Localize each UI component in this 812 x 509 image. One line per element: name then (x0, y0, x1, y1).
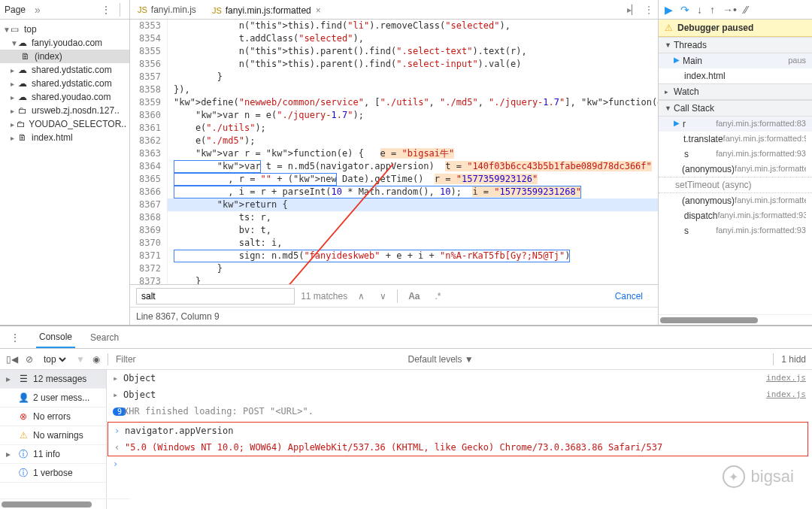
hidden-count[interactable]: 1 hidd (781, 354, 806, 365)
search-bar: 11 matches ∧ ∨ Aa .* Cancel (130, 284, 658, 307)
msg-user[interactable]: 👤2 user mess... (0, 389, 106, 408)
levels-dropdown[interactable]: Default levels ▼ (408, 354, 473, 365)
file-tree: ▼▭top ▼☁fanyi.youdao.com 🗎(index) ▸☁shar… (0, 20, 129, 147)
tree-top[interactable]: ▼▭top (0, 23, 129, 36)
chevron-right-icon: » (35, 4, 41, 16)
console-log: ▸Objectindex.js ▸Objectindex.js 9XHR fin… (107, 370, 812, 509)
kebab-icon[interactable]: ⋮ (6, 332, 24, 343)
h-scrollbar[interactable] (659, 314, 812, 325)
step-out-icon[interactable]: ↑ (710, 4, 715, 16)
page-label: Page (5, 5, 26, 15)
log-prompt[interactable]: › (107, 456, 812, 472)
console-toolbar: ▯◀ ⊘ top ▼ ◉ Default levels ▼ 1 hidd (0, 349, 812, 370)
match-case[interactable]: Aa (404, 289, 424, 303)
eye-icon[interactable]: ◉ (92, 354, 100, 365)
play-icon[interactable]: ▸▏ (627, 5, 638, 15)
kebab-icon[interactable]: ⋮ (97, 5, 115, 15)
stack-frame[interactable]: setTimeout (async) (659, 177, 812, 193)
warning-icon: ⚠ (18, 430, 29, 441)
log-line[interactable]: ▸Objectindex.js (107, 386, 812, 403)
sidebar-toggle-icon[interactable]: ▯◀ (6, 354, 18, 365)
msg-all[interactable]: ▸☰12 messages (0, 370, 106, 389)
sources-sidebar: Page » ⋮ ▼▭top ▼☁fanyi.youdao.com 🗎(inde… (0, 0, 130, 325)
step-into-icon[interactable]: ↓ (697, 4, 702, 16)
kebab-icon[interactable]: ⋮ (644, 5, 653, 15)
paused-banner: ⚠ Debugger paused (659, 20, 812, 37)
info-icon: ⓘ (18, 468, 29, 478)
cloud-icon: ☁ (18, 38, 29, 48)
tree-index[interactable]: 🗎(index) (0, 50, 129, 63)
info-icon: ⓘ (18, 449, 29, 459)
next-match[interactable]: ∨ (375, 289, 391, 303)
cloud-icon: ☁ (18, 78, 29, 89)
debugger-pane: ▶ ↷ ↓ ↑ →• ⁄⁄ ⚠ Debugger paused ▼Threads… (658, 0, 812, 325)
user-icon: 👤 (18, 392, 29, 403)
stack-frame[interactable]: sfanyi.min.js:formatted:93 (659, 223, 812, 238)
editor-tabs: JSfanyi.min.js JSfanyi.min.js:formatted×… (130, 0, 658, 20)
filter-input[interactable] (116, 354, 401, 365)
thread-sub[interactable]: index.html (659, 68, 812, 83)
window-icon: ▭ (11, 24, 21, 35)
page-header[interactable]: Page » ⋮ (0, 0, 129, 20)
js-icon: JS (138, 5, 147, 14)
code-lines[interactable]: n("this">this).find("li").removeClass("s… (168, 20, 658, 284)
tab-fanyi-formatted[interactable]: JSfanyi.min.js:formatted× (205, 0, 329, 19)
tree-item[interactable]: ▸☁shared.youdao.com (0, 90, 129, 104)
msg-warnings[interactable]: ⚠No warnings (0, 426, 106, 445)
status-bar: Line 8367, Column 9 (130, 307, 658, 325)
match-count: 11 matches (301, 291, 347, 301)
stack-frame[interactable]: sfanyi.min.js:formatted:93 (659, 147, 812, 162)
close-icon[interactable]: × (316, 5, 321, 16)
tab-console[interactable]: Console (36, 327, 75, 348)
tree-item[interactable]: ▸🗎index.html (0, 131, 129, 144)
stack-frame[interactable]: dispatchfanyi.min.js:formatted:93 (659, 208, 812, 223)
file-icon: 🗎 (21, 51, 32, 62)
console-section: ⋮ Console Search ▯◀ ⊘ top ▼ ◉ Default le… (0, 325, 812, 509)
thread-main[interactable]: ▶Mainpaus (659, 53, 812, 68)
file-icon: 🗎 (18, 132, 29, 143)
log-line[interactable]: ▸Objectindex.js (107, 370, 812, 386)
code-pane: JSfanyi.min.js JSfanyi.min.js:formatted×… (130, 0, 658, 325)
js-icon: JS (212, 6, 222, 15)
threads-header[interactable]: ▼Threads (659, 37, 812, 53)
arrow-icon: ▶ (674, 56, 680, 66)
callstack-header[interactable]: ▼Call Stack (659, 100, 812, 117)
prev-match[interactable]: ∧ (353, 289, 369, 303)
msg-info[interactable]: ▸ⓘ11 info (0, 445, 106, 464)
stack-frame[interactable]: (anonymous)fanyi.min.js:formatted:93 (659, 162, 812, 177)
error-icon: ⊗ (18, 411, 29, 422)
cloud-icon: ☁ (18, 65, 29, 75)
log-output: ‹"5.0 (Windows NT 10.0; WOW64) AppleWebK… (108, 439, 807, 456)
message-sidebar: ▸☰12 messages 👤2 user mess... ⊗No errors… (0, 370, 107, 509)
deactivate-icon[interactable]: ⁄⁄ (744, 4, 748, 16)
tree-item[interactable]: ▸🗀ursweb.zj.nosdn.127.. (0, 104, 129, 117)
resume-icon[interactable]: ▶ (665, 4, 673, 16)
tree-domain[interactable]: ▼☁fanyi.youdao.com (0, 36, 129, 50)
folder-icon: 🗀 (18, 105, 29, 116)
stack-frame[interactable]: t.translatefanyi.min.js:formatted:93 (659, 132, 812, 147)
cancel-button[interactable]: Cancel (606, 288, 652, 304)
clear-icon[interactable]: ⊘ (26, 354, 33, 365)
context-select[interactable]: top (41, 353, 68, 365)
step-over-icon[interactable]: ↷ (680, 4, 689, 16)
line-gutter: 8353835483558356835783588359836083618362… (130, 20, 168, 284)
warning-icon: ⚠ (665, 23, 673, 33)
regex[interactable]: .* (431, 289, 446, 303)
tree-item[interactable]: ▸☁shared.ydstatic.com (0, 63, 129, 77)
stack-frame[interactable]: (anonymous)fanyi.min.js:formatted:93 (659, 193, 812, 208)
code-editor: 8353835483558356835783588359836083618362… (130, 20, 658, 284)
step-icon[interactable]: →• (723, 4, 737, 16)
watch-header[interactable]: ▸Watch (659, 83, 812, 100)
msg-errors[interactable]: ⊗No errors (0, 408, 106, 426)
tree-item[interactable]: ▸☁shared.ydstatic.com (0, 77, 129, 90)
log-xhr[interactable]: 9XHR finished loading: POST "<URL>". (107, 403, 812, 420)
msg-verbose[interactable]: ⓘ1 verbose (0, 464, 106, 483)
stack-frame[interactable]: ▶rfanyi.min.js:formatted:83 (659, 117, 812, 132)
log-input[interactable]: ›navigator.appVersion (108, 423, 807, 439)
search-input[interactable] (136, 288, 295, 304)
drawer-tabs: ⋮ Console Search (0, 326, 812, 349)
list-icon: ☰ (18, 374, 29, 384)
tab-search[interactable]: Search (87, 328, 122, 347)
tab-fanyi-min[interactable]: JSfanyi.min.js (130, 0, 205, 19)
tree-item[interactable]: ▸🗀YOUDAO_SELECTOR.. (0, 117, 129, 131)
